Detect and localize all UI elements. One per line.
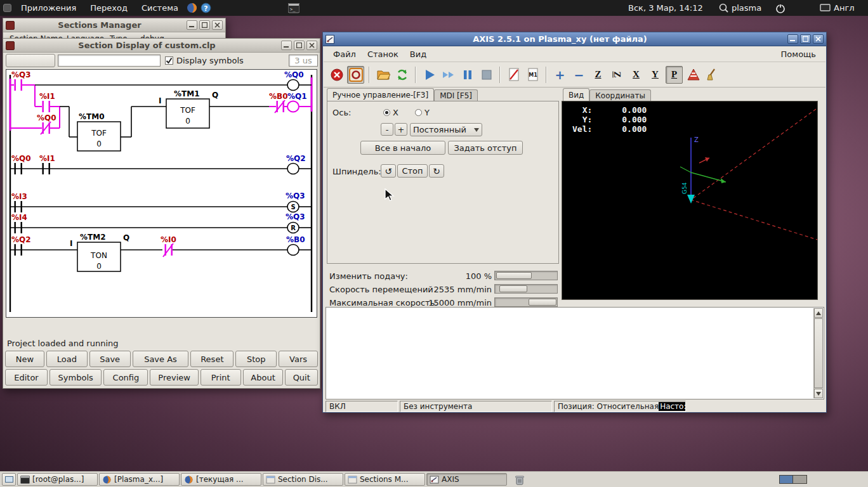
distro-menu-icon[interactable] xyxy=(0,1,14,15)
section-entry[interactable] xyxy=(58,55,161,67)
view-perspective-button[interactable]: P xyxy=(666,66,683,84)
scroll-down-button[interactable] xyxy=(814,389,823,398)
taskbar-item-sections-manager[interactable]: Sections M... xyxy=(345,473,425,486)
display-symbols-checkbox[interactable] xyxy=(165,56,173,65)
view-x-button[interactable]: X xyxy=(628,66,645,84)
stop-program-button[interactable] xyxy=(478,66,495,84)
tab-preview[interactable]: Вид xyxy=(563,88,589,101)
slider-handle[interactable] xyxy=(499,285,527,292)
close-button[interactable] xyxy=(212,20,223,30)
radio-axis-y[interactable]: Y xyxy=(415,108,430,117)
estop-button[interactable] xyxy=(347,66,364,84)
taskbar-item-terminal[interactable]: [root@plas...] xyxy=(17,473,98,486)
spindle-stop-button[interactable]: Стоп xyxy=(397,164,428,178)
scrollbar[interactable] xyxy=(813,308,823,398)
spindle-cw-button[interactable]: ↻ xyxy=(429,164,444,178)
maximize-button[interactable] xyxy=(199,20,210,30)
about-button[interactable]: About xyxy=(243,369,284,386)
touch-off-button[interactable]: Задать отступ xyxy=(448,141,523,155)
config-button[interactable]: Config xyxy=(103,369,148,386)
tab-dro[interactable]: Координаты xyxy=(589,89,651,101)
message-area[interactable] xyxy=(326,307,824,399)
view-y-button[interactable]: Y xyxy=(647,66,664,84)
optional-stop-button[interactable]: M1 xyxy=(524,66,541,84)
minimize-button[interactable] xyxy=(187,20,197,30)
quit-button[interactable]: Quit xyxy=(285,369,318,386)
feed-override-slider[interactable] xyxy=(494,271,558,280)
machine-off-button[interactable] xyxy=(328,66,345,84)
sections-manager-titlebar[interactable]: Sections Manager xyxy=(3,18,225,32)
menu-help[interactable]: Помощь xyxy=(775,48,822,61)
vars-button[interactable]: Vars xyxy=(279,351,318,367)
menu-file[interactable]: Файл xyxy=(327,48,362,61)
preview-canvas[interactable]: X: 0.000 Y: 0.000 Vel: 0.000 Z G54 xyxy=(562,101,818,300)
jog-speed-slider[interactable] xyxy=(494,284,558,294)
menu-places[interactable]: Переход xyxy=(83,1,135,15)
home-all-button[interactable]: Все в начало xyxy=(360,141,445,155)
save-as-button[interactable]: Save As xyxy=(133,351,189,367)
taskbar-item-firefox-1[interactable]: [Plasma_x...] xyxy=(99,473,180,486)
minimize-button[interactable] xyxy=(281,41,292,50)
menu-machine[interactable]: Станок xyxy=(362,48,404,61)
zoom-out-button[interactable]: − xyxy=(570,66,588,84)
view-z-rotated-button[interactable]: Z xyxy=(608,66,626,84)
reset-button[interactable]: Reset xyxy=(190,351,233,367)
close-button[interactable] xyxy=(813,34,824,44)
view-z-button[interactable]: Z xyxy=(589,66,607,84)
stop-button[interactable]: Stop xyxy=(235,351,277,367)
taskbar-item-section-display[interactable]: Section Dis... xyxy=(263,473,343,486)
radio-axis-x[interactable]: X xyxy=(383,108,398,117)
block-delete-button[interactable] xyxy=(505,66,522,84)
workspace-1[interactable] xyxy=(779,475,793,484)
tab-manual-control[interactable]: Ручное управление-[F3] xyxy=(327,88,434,101)
trash-applet[interactable] xyxy=(515,474,525,485)
jog-speed-combo[interactable]: Постоянный xyxy=(410,123,482,136)
max-velocity-slider[interactable] xyxy=(494,297,558,307)
reload-button[interactable] xyxy=(393,66,411,84)
scan-time-field[interactable]: 3 us xyxy=(289,55,318,67)
pause-button[interactable] xyxy=(459,66,476,84)
jog-plus-button[interactable]: + xyxy=(395,123,407,136)
open-file-button[interactable] xyxy=(374,66,391,84)
preview-button[interactable]: Preview xyxy=(150,369,198,386)
shutdown-button[interactable] xyxy=(775,0,786,16)
clock[interactable]: Вск, 3 Мар, 14:12 xyxy=(628,0,703,16)
new-button[interactable]: New xyxy=(5,351,44,367)
firefox-launcher-icon[interactable] xyxy=(185,1,199,15)
keyboard-layout-indicator[interactable]: Англ xyxy=(834,3,855,13)
jog-minus-button[interactable]: - xyxy=(381,123,393,136)
help-launcher-icon[interactable]: ? xyxy=(199,1,213,15)
section-combo[interactable] xyxy=(6,54,55,67)
show-desktop-button[interactable] xyxy=(2,473,16,486)
minimize-button[interactable] xyxy=(787,34,798,44)
print-button[interactable]: Print xyxy=(201,369,241,386)
slider-handle[interactable] xyxy=(529,299,556,306)
taskbar-item-firefox-2[interactable]: [текущая ... xyxy=(181,473,261,486)
section-display-titlebar[interactable]: Section Display of custom.clp xyxy=(3,39,320,53)
symbols-button[interactable]: Symbols xyxy=(49,369,102,386)
menu-system[interactable]: Система xyxy=(135,1,185,15)
close-button[interactable] xyxy=(306,41,317,50)
rotate-view-button[interactable] xyxy=(685,66,702,84)
step-button[interactable] xyxy=(440,66,457,84)
slider-handle[interactable] xyxy=(496,272,532,279)
menu-view[interactable]: Вид xyxy=(404,48,432,61)
editor-button[interactable]: Editor xyxy=(5,369,48,386)
user-applet[interactable]: plasma xyxy=(732,3,761,13)
tab-mdi[interactable]: MDI [F5] xyxy=(434,89,478,101)
scroll-up-button[interactable] xyxy=(814,308,823,318)
menu-applications[interactable]: Приложения xyxy=(14,1,83,15)
maximize-button[interactable] xyxy=(294,41,305,50)
spindle-ccw-button[interactable]: ↺ xyxy=(381,164,396,178)
axis-titlebar[interactable]: AXIS 2.5.1 on Plasma_xy (нет файла) xyxy=(323,32,826,46)
scrollbar-thumb[interactable] xyxy=(814,318,823,388)
terminal-tray-icon[interactable]: >_ xyxy=(287,1,301,15)
save-button[interactable]: Save xyxy=(89,351,131,367)
load-button[interactable]: Load xyxy=(46,351,88,367)
taskbar-item-axis[interactable]: AXIS xyxy=(426,473,507,486)
clear-plot-button[interactable] xyxy=(704,66,721,84)
run-button[interactable] xyxy=(421,66,438,84)
maximize-button[interactable] xyxy=(800,34,811,44)
workspace-2[interactable] xyxy=(793,475,807,484)
zoom-in-button[interactable]: + xyxy=(551,66,569,84)
